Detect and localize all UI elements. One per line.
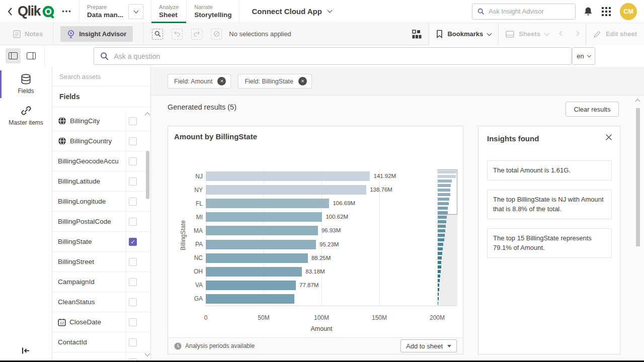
bar-row: MA96.93M (206, 224, 437, 237)
right-panel-toggle[interactable] (24, 48, 39, 63)
app-launcher-button[interactable] (602, 7, 611, 16)
prepare-dropdown-button[interactable] (128, 4, 143, 19)
bar[interactable] (206, 171, 370, 181)
field-list-item[interactable]: ContactId (52, 332, 150, 352)
field-list-item[interactable]: 12CloseDate (52, 312, 150, 332)
field-list-item[interactable]: BillingStreet (52, 252, 150, 272)
language-select[interactable]: en (572, 47, 595, 65)
bar[interactable] (206, 226, 318, 235)
sheets-button[interactable]: Sheets (506, 30, 548, 38)
ask-question-input[interactable] (114, 52, 565, 60)
insight-card[interactable]: The top 15 BillingState represents 79.1%… (487, 228, 612, 258)
bar-value-label: 138.76M (370, 187, 392, 193)
sidebar-item-master-items[interactable]: Master items (0, 102, 52, 129)
scroll-up-icon[interactable] (635, 99, 640, 104)
edit-sheet-button[interactable]: Edit sheet (593, 30, 637, 38)
field-checkbox[interactable] (129, 137, 137, 145)
bar[interactable] (206, 212, 322, 222)
sheet-icon (506, 31, 514, 38)
ask-question-search[interactable] (94, 47, 572, 65)
qlik-logo[interactable]: Qlik (18, 5, 56, 19)
insight-card[interactable]: The total Amount is 1.61G. (487, 160, 612, 180)
notes-button[interactable]: Notes (13, 30, 43, 38)
bar-value-label: 96.93M (321, 227, 341, 233)
field-checkbox[interactable] (129, 298, 137, 306)
insight-advisor-button[interactable]: Insight Advisor (60, 26, 133, 42)
clear-selections-button[interactable] (211, 29, 222, 40)
field-list-item[interactable]: BillingLatitude (52, 171, 150, 192)
field-list-item[interactable]: BillingPostalCode (52, 212, 150, 232)
grid-view-button[interactable] (412, 30, 422, 39)
bar[interactable] (206, 294, 294, 304)
bar[interactable] (206, 240, 316, 249)
assets-panel: Fields BillingCityBillingCountryBillingG… (52, 67, 151, 360)
assets-scrollbar[interactable] (146, 151, 149, 199)
field-checkbox[interactable] (129, 218, 137, 226)
bar-row: VA77.87M (206, 279, 437, 292)
grid-9-dots-icon (602, 7, 611, 16)
field-checkbox[interactable] (129, 318, 137, 326)
next-sheet-button[interactable] (575, 33, 579, 35)
chip-remove-icon[interactable]: × (217, 77, 226, 85)
notifications-button[interactable] (584, 7, 593, 16)
search-selections-button[interactable] (152, 29, 163, 40)
insights-close-button[interactable] (605, 134, 612, 141)
gridline (437, 169, 438, 306)
field-checkbox[interactable] (129, 117, 137, 125)
field-checkbox[interactable] (129, 278, 137, 286)
app-switcher[interactable]: Connect Cloud App (252, 7, 331, 16)
redo-selection-button[interactable] (191, 29, 202, 40)
minimap-viewport[interactable] (437, 169, 457, 215)
back-button[interactable] (7, 7, 13, 16)
field-checkbox[interactable] (129, 258, 137, 266)
link-icon (21, 105, 32, 116)
search-assets-input[interactable] (52, 67, 150, 86)
insight-card[interactable]: The top BillingState is NJ with Amount t… (487, 190, 612, 219)
bar[interactable] (206, 253, 308, 263)
previous-sheet-button[interactable] (560, 33, 564, 35)
bar[interactable] (206, 281, 296, 290)
tab-analyze[interactable]: Analyze Sheet (151, 0, 187, 23)
field-checkbox[interactable] (129, 338, 137, 346)
minimap-bar (438, 279, 440, 282)
filter-chip[interactable]: Field: BillingState× (238, 74, 312, 88)
add-to-sheet-button[interactable]: Add to sheet (400, 339, 457, 352)
insight-advisor-search[interactable] (472, 4, 576, 20)
field-checkbox[interactable] (129, 177, 137, 186)
sidebar-item-fields[interactable]: Fields (0, 70, 52, 98)
field-list-item[interactable]: CampaignId (52, 272, 150, 292)
clear-results-button[interactable]: Clear results (566, 102, 619, 117)
insight-advisor-search-input[interactable] (489, 8, 570, 15)
field-list-item[interactable]: BillingCity (52, 111, 150, 131)
tab-prepare[interactable]: Prepare Data man... (79, 0, 151, 23)
left-panel-toggle[interactable] (6, 48, 21, 63)
bookmarks-button[interactable]: Bookmarks (436, 30, 491, 38)
field-list-item[interactable]: CleanStatus (52, 292, 150, 312)
bar[interactable] (206, 199, 329, 208)
field-checkbox[interactable] (129, 157, 137, 165)
chevron-down-icon (487, 31, 492, 36)
minimap-bar (438, 238, 444, 241)
query-chips-band: Field: Amount×Field: BillingState× (151, 67, 644, 96)
field-checkbox[interactable] (129, 198, 137, 206)
main-scrollbar[interactable] (635, 98, 640, 360)
chart-card[interactable]: Amount by BillingState BillingState NJ14… (168, 126, 463, 354)
undo-selection-button[interactable] (172, 29, 183, 40)
filter-chip[interactable]: Field: Amount× (168, 74, 231, 88)
field-list-item[interactable]: BillingCountry (52, 131, 150, 151)
field-list-item[interactable]: BillingLongitude (52, 192, 150, 212)
bar[interactable] (206, 267, 302, 277)
bar[interactable] (206, 185, 366, 195)
minimap-bar (438, 216, 447, 219)
tab-narrate[interactable]: Narrate Storytelling (187, 0, 239, 23)
scrollbar-thumb[interactable] (636, 108, 640, 246)
field-checkbox[interactable]: ✓ (129, 238, 137, 246)
field-list-item[interactable]: BillingState✓ (52, 232, 150, 252)
more-menu-button[interactable] (62, 10, 71, 13)
chart-minimap[interactable] (437, 169, 457, 306)
user-avatar[interactable]: CM (620, 3, 637, 20)
field-list-item[interactable] (52, 352, 150, 360)
chip-remove-icon[interactable]: × (298, 77, 307, 85)
field-list-item[interactable]: BillingGeocodeAccura... (52, 151, 150, 171)
collapse-panel-button[interactable] (21, 347, 30, 354)
